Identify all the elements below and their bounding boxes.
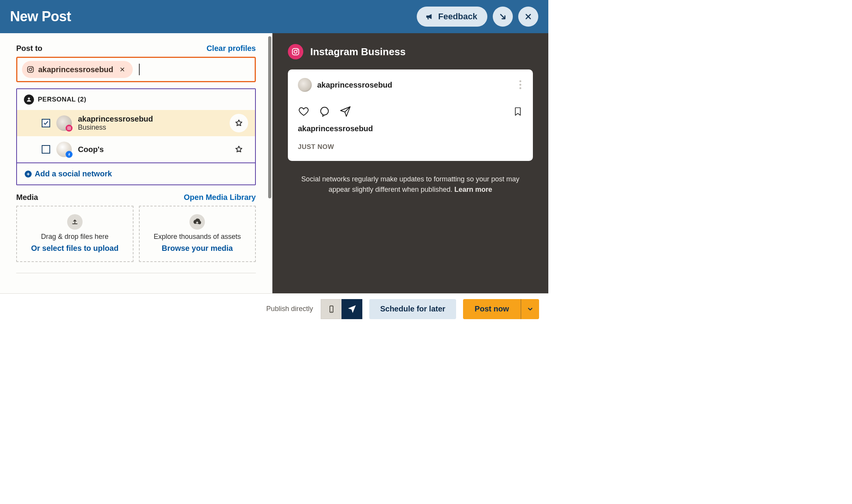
cloud-upload-icon	[189, 214, 205, 230]
profile-list-panel: PERSONAL (2) akaprincessrosebud Business	[16, 88, 256, 185]
profile-checkbox[interactable]	[42, 145, 50, 154]
page-title: New Post	[10, 8, 71, 25]
profile-row[interactable]: Coop's	[17, 136, 255, 162]
post-preview-card: akaprincessrosebud akaprincessrosebud JU…	[288, 69, 533, 161]
profile-name: Coop's	[78, 145, 223, 154]
comment-icon[interactable]	[319, 106, 330, 117]
heart-icon[interactable]	[298, 106, 309, 117]
share-icon[interactable]	[340, 106, 351, 117]
svg-point-8	[297, 49, 298, 50]
svg-point-2	[32, 68, 32, 68]
composer-panel: Post to Clear profiles akaprincessrosebu…	[0, 33, 272, 293]
arrow-down-right-icon	[499, 12, 507, 21]
favorite-button[interactable]	[230, 114, 248, 132]
mobile-icon	[328, 304, 335, 314]
close-icon	[524, 12, 532, 21]
profile-avatar	[56, 142, 72, 157]
svg-point-3	[28, 98, 30, 100]
chevron-down-icon	[527, 306, 534, 313]
device-toggle	[321, 299, 362, 319]
profile-type: Business	[78, 123, 223, 132]
preview-avatar	[298, 78, 312, 92]
svg-point-9	[321, 107, 328, 115]
megaphone-icon	[425, 12, 434, 21]
schedule-button[interactable]: Schedule for later	[369, 299, 456, 319]
svg-point-7	[294, 50, 297, 53]
star-icon	[235, 119, 243, 127]
header-actions: Feedback	[417, 7, 539, 27]
x-icon	[119, 66, 125, 73]
send-icon	[347, 304, 357, 314]
divider	[16, 273, 256, 273]
instagram-icon	[288, 44, 303, 59]
mobile-publish-toggle[interactable]	[321, 299, 341, 319]
publish-directly-label: Publish directly	[266, 305, 313, 313]
preview-username: akaprincessrosebud	[317, 81, 392, 90]
upload-icon	[67, 214, 83, 230]
add-social-network-label: Add a social network	[35, 169, 112, 178]
feedback-button[interactable]: Feedback	[417, 7, 488, 27]
media-library-dropzone[interactable]: Explore thousands of assets Browse your …	[139, 206, 256, 262]
instagram-badge-icon	[66, 125, 73, 132]
bookmark-icon[interactable]	[513, 106, 523, 117]
check-icon	[43, 120, 49, 126]
profile-avatar	[56, 115, 72, 131]
add-social-network-button[interactable]: + Add a social network	[17, 162, 255, 184]
preview-panel: Instagram Business akaprincessrosebud ak…	[272, 33, 548, 293]
profile-group-header: PERSONAL (2)	[17, 89, 255, 110]
open-media-library-button[interactable]: Open Media Library	[184, 193, 256, 202]
direct-publish-toggle[interactable]	[341, 299, 362, 319]
svg-point-5	[68, 127, 69, 129]
svg-point-1	[29, 68, 32, 71]
preview-timestamp: JUST NOW	[298, 143, 523, 151]
svg-rect-0	[28, 67, 34, 73]
svg-rect-4	[68, 127, 71, 130]
profile-group-label: PERSONAL (2)	[38, 96, 86, 103]
profile-row[interactable]: akaprincessrosebud Business	[17, 110, 255, 136]
instagram-icon	[27, 66, 34, 73]
more-menu-icon[interactable]	[518, 79, 523, 91]
footer: Publish directly Schedule for later Post…	[0, 293, 548, 324]
media-label: Media	[16, 193, 38, 202]
profile-selector-input[interactable]: akaprincessrosebud	[16, 57, 256, 82]
scrollbar[interactable]	[268, 36, 271, 198]
post-now-dropdown[interactable]	[521, 299, 539, 319]
feedback-label: Feedback	[438, 12, 478, 22]
header: New Post Feedback	[0, 0, 548, 33]
plus-icon: +	[25, 171, 32, 178]
minimize-button[interactable]	[493, 7, 513, 27]
chip-label: akaprincessrosebud	[38, 65, 113, 74]
clear-profiles-button[interactable]: Clear profiles	[206, 44, 256, 53]
dropzone-text: Explore thousands of assets	[154, 233, 241, 241]
post-to-label: Post to	[16, 44, 42, 53]
remove-chip-button[interactable]	[117, 64, 127, 74]
file-dropzone[interactable]: Drag & drop files here Or select files t…	[16, 206, 134, 262]
select-files-link[interactable]: Or select files to upload	[31, 244, 118, 253]
main: Post to Clear profiles akaprincessrosebu…	[0, 33, 548, 293]
profile-chip[interactable]: akaprincessrosebud	[22, 61, 133, 78]
browse-media-link[interactable]: Browse your media	[162, 244, 233, 253]
learn-more-link[interactable]: Learn more	[454, 186, 492, 193]
favorite-button[interactable]	[230, 140, 248, 159]
svg-rect-6	[292, 49, 299, 55]
text-cursor	[139, 64, 140, 75]
dropzone-text: Drag & drop files here	[41, 233, 108, 241]
person-icon	[24, 95, 34, 105]
preview-caption-user: akaprincessrosebud	[298, 124, 523, 133]
facebook-badge-icon	[66, 151, 73, 158]
close-button[interactable]	[518, 7, 538, 27]
preview-title: Instagram Business	[310, 46, 406, 58]
profile-checkbox[interactable]	[42, 119, 50, 127]
star-icon	[235, 145, 243, 154]
svg-point-11	[331, 311, 332, 312]
preview-help-text: Social networks regularly make updates t…	[288, 174, 533, 195]
post-now-button[interactable]: Post now	[463, 299, 521, 319]
profile-name: akaprincessrosebud	[78, 114, 223, 123]
